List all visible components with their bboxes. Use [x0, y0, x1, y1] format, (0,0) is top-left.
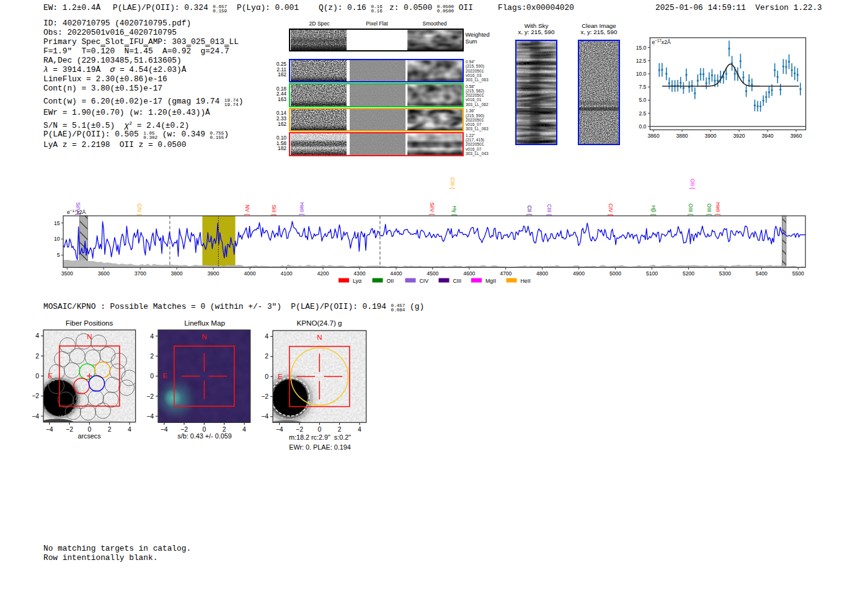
svg-text:N: N: [317, 334, 322, 341]
svg-text:E: E: [278, 373, 283, 380]
svg-text:4: 4: [358, 426, 361, 433]
svg-text:4: 4: [35, 332, 39, 339]
svg-text:3700: 3700: [135, 270, 146, 277]
svg-text:5400: 5400: [756, 270, 768, 277]
svg-text:2: 2: [338, 426, 342, 433]
svg-text:0: 0: [318, 426, 322, 433]
svg-text:2.5: 2.5: [639, 110, 646, 117]
svg-text:3500: 3500: [61, 270, 73, 277]
svg-text:MgII: MgII: [485, 278, 496, 284]
svg-text:E: E: [48, 372, 53, 380]
svg-text:−4: −4: [261, 413, 268, 420]
svg-text:15: 15: [54, 220, 60, 226]
svg-text:3860: 3860: [648, 133, 660, 139]
svg-text:5.0: 5.0: [639, 97, 646, 104]
svg-text:3900: 3900: [207, 270, 219, 277]
svg-text:2: 2: [35, 353, 39, 360]
svg-text:Lyα: Lyα: [353, 278, 361, 284]
svg-text:−2: −2: [296, 426, 303, 433]
svg-text:E: E: [163, 372, 168, 380]
svg-text:5300: 5300: [719, 270, 731, 277]
svg-text:−4: −4: [276, 426, 283, 433]
svg-text:e−17x2Å: e−17x2Å: [652, 38, 671, 45]
svg-text:−2: −2: [32, 393, 39, 399]
svg-text:5200: 5200: [683, 270, 694, 277]
svg-text:5100: 5100: [646, 270, 658, 277]
svg-text:0: 0: [151, 373, 154, 380]
svg-text:CIV: CIV: [420, 278, 429, 284]
svg-text:CIII: CIII: [453, 278, 462, 284]
svg-text:5000: 5000: [609, 270, 621, 277]
svg-text:0: 0: [35, 373, 39, 380]
svg-text:12.5: 12.5: [636, 58, 647, 64]
svg-text:−2: −2: [147, 393, 154, 399]
svg-text:HeII: HeII: [521, 278, 531, 284]
svg-text:10: 10: [54, 236, 60, 242]
svg-text:4: 4: [151, 332, 154, 339]
svg-text:4000: 4000: [244, 270, 255, 277]
svg-text:5500: 5500: [792, 270, 804, 277]
svg-text:7.5: 7.5: [639, 84, 646, 90]
svg-text:15.0: 15.0: [636, 45, 647, 51]
svg-text:5: 5: [57, 252, 60, 259]
svg-text:3800: 3800: [170, 270, 182, 277]
svg-text:N: N: [202, 333, 207, 340]
svg-text:4200: 4200: [317, 270, 329, 277]
svg-text:3600: 3600: [98, 270, 110, 277]
svg-text:4100: 4100: [280, 270, 292, 277]
svg-text:2: 2: [265, 353, 269, 360]
svg-text:3900: 3900: [705, 133, 717, 139]
svg-text:0.0: 0.0: [639, 123, 646, 130]
svg-text:3920: 3920: [733, 133, 745, 139]
svg-text:4900: 4900: [573, 270, 585, 277]
svg-text:−4: −4: [32, 413, 39, 420]
svg-text:10.0: 10.0: [636, 71, 647, 77]
svg-text:3960: 3960: [790, 133, 802, 139]
svg-text:0: 0: [265, 373, 269, 380]
svg-text:N: N: [87, 333, 92, 340]
svg-text:3880: 3880: [676, 133, 688, 139]
svg-text:2: 2: [151, 352, 154, 359]
svg-text:−2: −2: [261, 393, 268, 400]
svg-text:3940: 3940: [762, 133, 774, 139]
svg-text:OII: OII: [387, 278, 394, 284]
svg-text:4: 4: [265, 333, 269, 340]
svg-text:−4: −4: [147, 412, 154, 419]
